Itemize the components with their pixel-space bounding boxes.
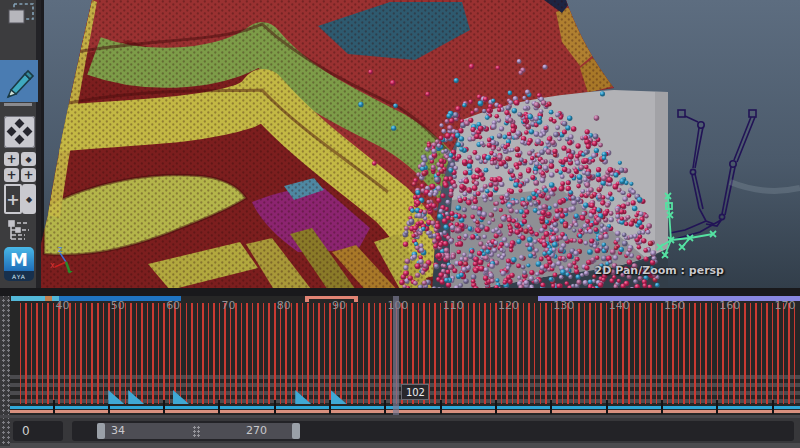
range-end-handle[interactable] — [292, 423, 300, 439]
keyframe-tick — [567, 303, 569, 404]
current-time-indicator[interactable] — [393, 296, 399, 415]
particle — [505, 243, 510, 248]
particle — [583, 177, 588, 182]
particle — [597, 195, 602, 200]
keyframe-tick — [202, 303, 204, 404]
particle — [481, 212, 487, 218]
particle — [461, 267, 467, 273]
particle — [516, 263, 521, 268]
pane-layout-button[interactable] — [4, 168, 19, 182]
particle — [415, 245, 420, 250]
pane-layout-button-2[interactable] — [21, 168, 36, 182]
particle — [519, 255, 524, 260]
cached-playback-line — [10, 406, 800, 409]
timeline-bookmark[interactable] — [45, 296, 52, 301]
marquee-select-icon[interactable] — [6, 2, 36, 28]
keyframe-tick — [501, 303, 503, 404]
particle — [564, 281, 569, 286]
particle — [500, 255, 505, 260]
keyframe-tick — [788, 303, 790, 404]
particle — [494, 201, 499, 206]
perspective-viewport[interactable]: z x — [0, 0, 800, 293]
split-pane-diamond-button[interactable] — [22, 184, 36, 214]
range-center-grip[interactable] — [193, 426, 201, 437]
keyframe-tick — [136, 303, 138, 404]
particle — [583, 158, 588, 163]
frame-number-label: 150 — [664, 299, 685, 312]
particle — [594, 227, 599, 232]
keyframe-tick — [252, 303, 254, 404]
keyframe-tick — [694, 303, 696, 404]
particle — [527, 141, 531, 145]
particle — [648, 241, 653, 246]
particle — [489, 263, 495, 269]
single-pane-layout-button[interactable] — [4, 152, 19, 166]
particle — [585, 171, 590, 176]
keyframe-tick — [108, 303, 110, 404]
animation-start-field[interactable]: 0 — [13, 421, 63, 441]
particle — [545, 220, 549, 224]
range-slider-grip[interactable] — [0, 418, 10, 446]
keyframe-tick — [562, 303, 564, 404]
keyframe-tick — [351, 303, 353, 404]
particle — [497, 108, 501, 112]
particle — [619, 247, 624, 252]
particle — [443, 182, 449, 188]
keyframe-tick — [600, 303, 602, 404]
particle — [576, 280, 581, 285]
particle — [452, 268, 457, 273]
four-view-layout-button[interactable] — [4, 116, 35, 148]
particle — [527, 237, 533, 243]
particle — [560, 269, 566, 275]
particle — [529, 129, 534, 134]
range-start-handle[interactable] — [97, 423, 105, 439]
particle — [614, 246, 618, 250]
particle — [459, 136, 464, 141]
particle — [519, 158, 524, 163]
pane-diamond-layout-button[interactable] — [21, 152, 36, 166]
pencil-tool-button[interactable] — [0, 60, 38, 102]
keyframe-tick — [97, 303, 99, 404]
frame-number-label: 40 — [56, 299, 70, 312]
particle — [448, 168, 453, 173]
particle — [539, 228, 544, 233]
keyframe-tick — [280, 303, 282, 404]
particle — [565, 125, 570, 130]
particle — [534, 131, 540, 137]
particle — [643, 248, 648, 253]
keyframe-tick — [595, 303, 597, 404]
particle — [439, 158, 444, 163]
particle — [533, 239, 538, 244]
particle — [497, 147, 501, 151]
particle — [628, 221, 634, 227]
particle — [561, 146, 566, 151]
particle — [534, 161, 539, 166]
particle — [459, 184, 465, 190]
outliner-icon[interactable] — [5, 218, 33, 246]
time-slider-grip[interactable] — [0, 296, 10, 415]
particle — [419, 220, 424, 225]
particle — [644, 256, 649, 261]
particle — [626, 215, 631, 220]
maya-logo-icon[interactable]: M AYA — [4, 247, 34, 281]
particle — [523, 106, 528, 111]
particle — [537, 211, 541, 215]
particle — [391, 126, 396, 131]
viewport-bottom-border — [0, 288, 800, 296]
particle — [534, 102, 540, 108]
split-pane-plus-button[interactable] — [4, 184, 22, 214]
particle — [609, 197, 614, 202]
particle — [610, 249, 616, 255]
range-row-top-strip — [0, 415, 800, 418]
particle — [368, 70, 373, 75]
particle — [393, 103, 398, 108]
time-slider[interactable]: 405060708090100110120130140150160170102 — [10, 296, 800, 415]
particle — [445, 119, 450, 124]
range-slider-track[interactable]: 34 270 — [72, 421, 794, 441]
playback-range[interactable]: 34 270 — [97, 423, 300, 439]
keyframe-tick — [163, 303, 165, 404]
particle — [449, 238, 454, 243]
particle — [436, 198, 441, 203]
particle — [478, 241, 483, 246]
particle — [613, 172, 618, 177]
